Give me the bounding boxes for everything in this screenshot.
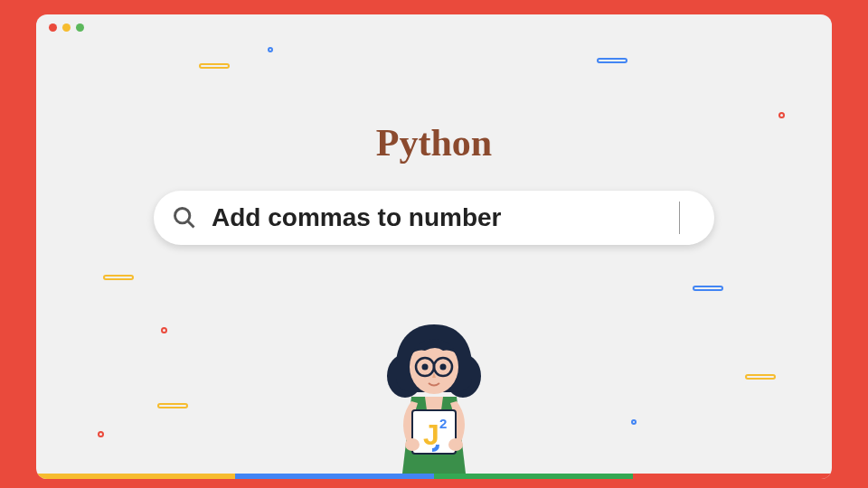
page-title: Python (36, 121, 832, 164)
color-strip (36, 474, 832, 479)
decoration-pill (199, 63, 230, 69)
decoration-circle (98, 431, 104, 437)
strip-green (434, 474, 633, 479)
decoration-pill (103, 275, 134, 280)
svg-point-13 (405, 438, 420, 451)
svg-text:2: 2 (439, 416, 447, 431)
decoration-circle (161, 327, 167, 333)
search-bar[interactable]: Add commas to number (154, 191, 714, 245)
decoration-circle (778, 112, 785, 118)
character-illustration: J 2 (362, 320, 506, 474)
minimize-icon[interactable] (62, 23, 71, 32)
decoration-circle (631, 419, 637, 425)
strip-red (633, 474, 832, 479)
svg-point-14 (448, 438, 463, 451)
decoration-pill (157, 403, 188, 408)
svg-point-9 (440, 364, 447, 371)
text-cursor (679, 202, 680, 234)
search-query: Add commas to number (212, 203, 679, 232)
svg-line-1 (188, 221, 194, 228)
strip-blue (235, 474, 434, 479)
maximize-icon[interactable] (76, 23, 84, 32)
window-titlebar (36, 14, 832, 40)
svg-point-0 (175, 209, 190, 223)
decoration-circle (268, 47, 273, 52)
decoration-pill (597, 58, 627, 63)
close-icon[interactable] (49, 23, 57, 32)
browser-window: Python Add commas to number (36, 14, 832, 479)
decoration-pill (693, 286, 723, 291)
decoration-pill (745, 374, 776, 380)
svg-point-8 (422, 364, 429, 371)
strip-yellow (36, 474, 235, 479)
search-icon (172, 205, 197, 230)
